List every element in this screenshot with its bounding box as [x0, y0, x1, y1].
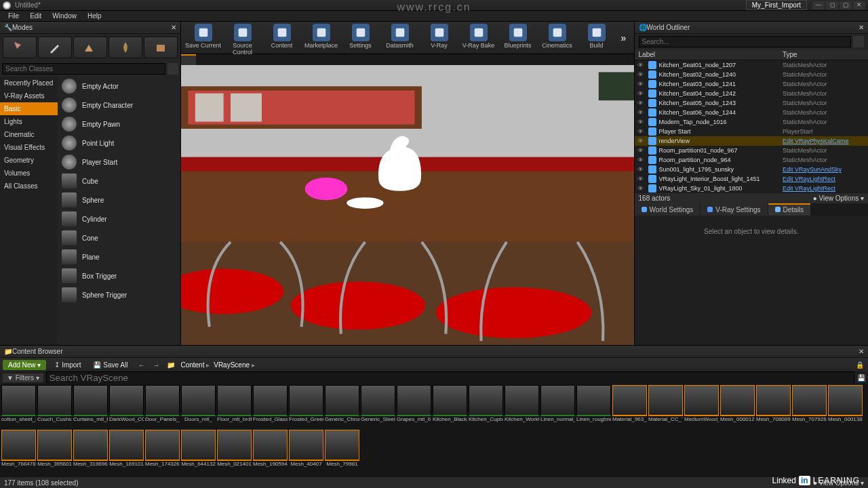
category-lights[interactable]: Lights [0, 115, 58, 128]
asset-item[interactable]: cotton_sheet_roughness_Tex [1, 385, 36, 428]
window-maximize-button[interactable]: ▢ [840, 1, 852, 9]
toolbar-build-button[interactable]: Build [577, 23, 616, 49]
asset-item[interactable]: Linen_normal_Tex [540, 385, 575, 428]
tab-vray-settings[interactable]: V-Ray Settings [701, 203, 767, 216]
asset-item[interactable]: Mesh_021401 [217, 430, 252, 473]
place-item-box-trigger[interactable]: Box Trigger [58, 266, 180, 285]
asset-item[interactable]: Mesh_395601 [37, 430, 72, 473]
import-button[interactable]: ↧ Import [50, 360, 85, 370]
asset-item[interactable]: Mesh_174326901 [145, 430, 180, 473]
visibility-eye-icon[interactable]: 👁 [637, 157, 646, 163]
tab-world-settings[interactable]: World Settings [635, 203, 701, 216]
asset-item[interactable]: Mesh_79981 [325, 430, 359, 473]
place-item-cone[interactable]: Cone [58, 228, 180, 247]
toolbar-vraybake-button[interactable]: V-Ray Bake [459, 23, 498, 49]
outliner-close-icon[interactable]: ✕ [859, 24, 864, 31]
content-search-input[interactable] [46, 371, 854, 384]
breadcrumb-vrayscene[interactable]: VRayScene [214, 361, 255, 369]
outliner-row[interactable]: 👁VRayLight_Sky_01_light_1800Edit VRayLig… [635, 184, 868, 193]
place-item-empty-pawn[interactable]: Empty Pawn [58, 115, 180, 134]
outliner-row[interactable]: 👁Room_partition01_node_967StaticMeshActo… [635, 146, 868, 155]
asset-item[interactable]: Curtains_mtl_brdf_10 [73, 385, 108, 428]
filters-button[interactable]: ▼ Filters ▾ [3, 373, 43, 382]
asset-item[interactable]: Mesh_0000129601 [720, 385, 755, 428]
nav-back-icon[interactable]: ← [136, 361, 146, 369]
cb-lock-icon[interactable]: 🔒 [854, 361, 865, 369]
category-basic[interactable]: Basic [0, 102, 58, 115]
asset-item[interactable]: Generic_Steel_mtl_brdf_25 [361, 385, 395, 428]
visibility-eye-icon[interactable]: 👁 [637, 138, 646, 144]
asset-item[interactable]: Floor_mtl_brdf_8 [217, 385, 252, 428]
actor-type[interactable]: Edit VRayPhysicalCame [783, 138, 865, 144]
viewport-tab[interactable] [181, 54, 197, 65]
outliner-view-options[interactable]: ● View Options ▾ [813, 195, 864, 202]
outliner-row[interactable]: 👁Kitchen_Seat02_node_1240StaticMeshActor [635, 70, 868, 79]
foliage-mode-icon[interactable] [108, 37, 142, 58]
toolbar-market-button[interactable]: Marketplace [302, 23, 341, 49]
place-item-sphere-trigger[interactable]: Sphere Trigger [58, 285, 180, 304]
toolbar-datasmith-button[interactable]: Datasmith [380, 23, 420, 49]
folder-icon[interactable]: 📁 [165, 361, 176, 369]
cb-save-icon[interactable]: 💾 [857, 374, 865, 382]
visibility-eye-icon[interactable]: 👁 [637, 185, 646, 192]
landscape-mode-icon[interactable] [73, 37, 107, 58]
toolbar-settings-button[interactable]: Settings [341, 23, 380, 49]
menu-help[interactable]: Help [82, 12, 107, 20]
window-minimize-button[interactable]: — [812, 1, 825, 9]
outliner-row[interactable]: 👁Kitchen_Seat03_node_1241StaticMeshActor [635, 79, 868, 89]
place-mode-icon[interactable] [3, 37, 37, 58]
outliner-row[interactable]: 👁Sun001_light_1795_sunskyEdit VRaySunAnd… [635, 165, 868, 174]
place-item-cube[interactable]: Cube [58, 171, 180, 190]
content-browser-close-icon[interactable]: ✕ [859, 348, 864, 355]
actor-type[interactable]: Edit VRayLightRect [783, 176, 865, 182]
menu-file[interactable]: File [3, 12, 24, 20]
menu-edit[interactable]: Edit [24, 12, 47, 20]
asset-item[interactable]: Mesh_644132 [181, 430, 216, 473]
visibility-eye-icon[interactable]: 👁 [637, 176, 646, 182]
asset-item[interactable]: DarkWood_CC_Tex [109, 385, 144, 428]
asset-item[interactable]: Frosted_Glass_mtl_brdf_4 [253, 385, 288, 428]
asset-item[interactable]: Couch_Cushions_brdf_33 [37, 385, 72, 428]
modes-panel-close-icon[interactable]: ✕ [171, 24, 176, 31]
tab-details[interactable]: Details [768, 203, 811, 216]
asset-item[interactable]: Doors_mtl_ [181, 385, 216, 428]
breadcrumb-content[interactable]: Content [180, 361, 210, 369]
toolbar-vray-button[interactable]: V-Ray [420, 23, 459, 49]
place-item-empty-actor[interactable]: Empty Actor [58, 77, 180, 96]
toolbar-cine-button[interactable]: Cinematics [538, 23, 577, 49]
place-item-player-start[interactable]: Player Start [58, 152, 180, 171]
outliner-col-label[interactable]: Label [639, 51, 783, 58]
visibility-eye-icon[interactable]: 👁 [637, 90, 646, 97]
outliner-row[interactable]: 👁Kitchen_Seat05_node_1243StaticMeshActor [635, 98, 868, 108]
nav-forward-icon[interactable]: → [151, 361, 161, 369]
asset-item[interactable]: MediumWood_CC_Tex [684, 385, 719, 428]
actor-type[interactable]: Edit VRayLightRect [783, 185, 865, 192]
category-all-classes[interactable]: All Classes [0, 180, 58, 192]
outliner-row[interactable]: 👁Kitchen_Seat06_node_1244StaticMeshActor [635, 108, 868, 117]
visibility-eye-icon[interactable]: 👁 [637, 109, 646, 116]
category-v-ray-assets[interactable]: V-Ray Assets [0, 89, 58, 102]
save-all-button[interactable]: 💾 Save All [89, 360, 132, 370]
asset-item[interactable]: Material_CC_Tex [648, 385, 683, 428]
toolbar-scm-button[interactable]: Source Control [223, 23, 262, 56]
outliner-row[interactable]: 👁VRayLight_Interior_Boost_light_1451Edit… [635, 174, 868, 184]
toolbar-save-button[interactable]: Save Current [184, 23, 223, 49]
asset-item[interactable]: Mesh_40407 [289, 430, 323, 473]
place-item-point-light[interactable]: Point Light [58, 134, 180, 152]
outliner-row[interactable]: 👁Kitchen_Seat01_node_1207StaticMeshActor [635, 60, 868, 70]
asset-item[interactable]: Generic_Chrome_mtl_ [325, 385, 359, 428]
asset-item[interactable]: Frosted_Green_mtl_brdf_5 [289, 385, 323, 428]
asset-item[interactable]: Kitchen_Worktop_mtl_brdf_19 [505, 385, 539, 428]
visibility-eye-icon[interactable]: 👁 [637, 100, 646, 106]
category-cinematic[interactable]: Cinematic [0, 128, 58, 141]
asset-item[interactable]: Mesh_708089101 [756, 385, 791, 428]
category-visual-effects[interactable]: Visual Effects [0, 141, 58, 154]
outliner-col-type[interactable]: Type [783, 51, 864, 58]
place-item-cylinder[interactable]: Cylinder [58, 209, 180, 228]
visibility-eye-icon[interactable]: 👁 [637, 62, 646, 68]
classes-search-input[interactable] [2, 63, 165, 75]
classes-search-clear-icon[interactable] [167, 63, 178, 75]
visibility-eye-icon[interactable]: 👁 [637, 128, 646, 135]
place-item-sphere[interactable]: Sphere [58, 190, 180, 209]
outliner-row[interactable]: 👁renderViewEdit VRayPhysicalCame [635, 136, 868, 146]
